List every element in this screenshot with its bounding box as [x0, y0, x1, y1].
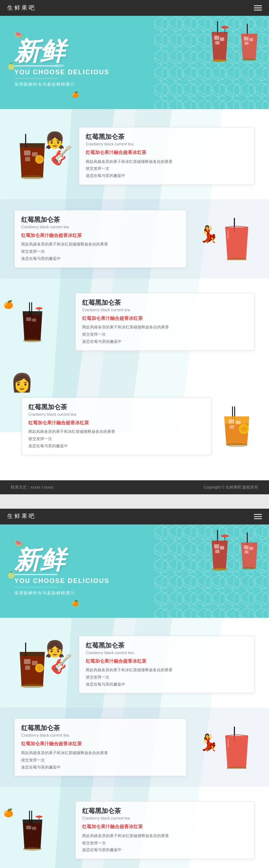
svg-rect-66 [25, 666, 30, 670]
main-content: 🎸 👧 红莓黑加仑茶 Cranberry black current tea 红… [0, 109, 269, 480]
product-desc-2-3: 两款风格各异的果子和冰红茶碰撞释放各自的果香 彼交发挥一次 迷恋在莓与茶的邂逅中 [82, 832, 248, 854]
svg-point-79 [23, 847, 42, 851]
hero-banner: 🍉 · 新鲜 YOU CHOOSE DELICIOUS 采用新鲜时令与多款鲜榨果… [0, 16, 269, 109]
svg-rect-33 [32, 318, 36, 322]
product-desc-1: 两款风格各异的果子和冰红茶碰撞释放各自的果香 彼交发挥一次 迷恋在莓与茶的邂逅中 [86, 158, 248, 179]
product-name-en-2-2: Cranberry black current tea [21, 733, 180, 737]
product-highlight-3: 红莓加仑果汁融合超香冰红茶 [82, 315, 248, 322]
footer-right: Copyright © 生鲜果吧 版权所有 [204, 485, 258, 490]
hero-title-cn: 新鲜 [14, 39, 109, 64]
product-row-2-3: 🍊 红莓黑加仑茶 Cranberry black current tea 红莓加… [0, 790, 269, 868]
product-card-1: 红莓黑加仑茶 Cranberry black current tea 红莓加仑果… [79, 127, 255, 185]
deco-orange: 🍊 [72, 91, 79, 98]
drink-svg-2-1 [16, 641, 48, 688]
svg-rect-11 [244, 37, 249, 41]
product-name-cn-2-3: 红莓黑加仑茶 [82, 807, 248, 815]
site-logo: 生鲜果吧 [7, 4, 36, 12]
product-highlight-2-1: 红莓加仑果汁融合超香冰红茶 [86, 658, 248, 665]
hero-subtitle-en: YOU CHOOSE DELICIOUS [14, 69, 109, 76]
svg-rect-13 [245, 42, 249, 45]
hamburger-menu[interactable] [254, 5, 262, 10]
product-card-2: 红莓黑加仑茶 Cranberry black current tea 红莓加仑果… [14, 210, 187, 268]
product-name-en-4: Cranberry black current tea [28, 412, 205, 416]
product-image-3 [11, 301, 54, 342]
deco-lime-2: 🍈 [7, 571, 15, 579]
site-logo-2: 生鲜果吧 [7, 513, 36, 520]
product-row-2-1: 🎸 👧 红莓黑加仑茶 Cranberry black current tea 红… [0, 625, 269, 704]
svg-point-44 [226, 443, 247, 447]
product-card-2-1: 红莓黑加仑茶 Cranberry black current tea 红莓加仑果… [79, 636, 255, 694]
svg-rect-77 [26, 826, 31, 829]
hero-tagline: 采用新鲜时令与多款鲜榨果汁 [14, 81, 109, 88]
site-header: 生鲜果吧 [0, 0, 269, 16]
svg-point-34 [23, 339, 42, 342]
svg-rect-12 [249, 38, 253, 41]
hamburger-menu-2[interactable] [254, 514, 262, 519]
product-highlight-4: 红莓加仑果汁融合超香冰红茶 [28, 419, 205, 426]
deco-lime: 🍈 [7, 62, 15, 70]
hero-title-cn-2: 新鲜 [14, 547, 109, 573]
product-card-2-3: 红莓黑加仑茶 Cranberry black current tea 红莓加仑果… [75, 801, 255, 859]
product-image-2-2 [215, 726, 258, 769]
product-highlight-1: 红莓加仑果汁融合超香冰红茶 [86, 149, 248, 156]
product-desc-2-1: 两款风格各异的果子和冰红茶碰撞释放各自的果香 彼交发挥一次 迷恋在莓与茶的邂逅中 [86, 667, 248, 688]
product-row-2: 💃 红莓黑加仑茶 Cranberry black current tea 红莓加… [0, 199, 269, 279]
svg-rect-78 [32, 827, 36, 830]
hero-drink-med-2 [237, 532, 262, 569]
svg-rect-51 [220, 546, 224, 550]
product-name-cn-3: 红莓黑加仑茶 [82, 298, 248, 307]
deco-orange-fruit-3: 🍊 [4, 300, 13, 309]
svg-rect-19 [24, 150, 30, 155]
hero-drinks-container [206, 19, 262, 62]
character-guitar-2: 🎸 [50, 654, 72, 675]
product-name-en-3: Cranberry black current tea [82, 308, 248, 312]
svg-rect-39 [230, 425, 234, 429]
product-image-2-3 [11, 809, 54, 851]
drink-svg-2-3 [19, 809, 46, 851]
footer-left: 联系方式：xxxxx / xxxxx [11, 485, 53, 490]
page-separator [0, 494, 269, 509]
drink-svg-3 [19, 301, 46, 342]
hero-tagline-2: 采用新鲜时令与多款鲜榨果汁 [14, 590, 109, 596]
product-card-4: 红莓黑加仑茶 Cranberry black current tea 红莓加仑果… [22, 397, 212, 455]
svg-rect-7 [215, 41, 220, 45]
product-image-4 [215, 406, 258, 447]
drink-svg-2-2 [222, 726, 251, 769]
drink-svg-1 [16, 132, 48, 179]
deco-orange-2: 🍊 [72, 600, 79, 607]
hero-subtitle-en-2: YOU CHOOSE DELICIOUS [14, 577, 109, 585]
hero-content: 🍉 · 新鲜 YOU CHOOSE DELICIOUS 采用新鲜时令与多款鲜榨果… [14, 30, 109, 88]
svg-rect-38 [236, 421, 241, 424]
character-dancing-2-2: 💃 [199, 733, 219, 752]
svg-rect-37 [228, 419, 234, 424]
svg-point-53 [212, 568, 227, 571]
product-row-1: 🎸 👧 红莓黑加仑茶 Cranberry black current tea 红… [0, 116, 269, 196]
svg-point-8 [212, 59, 227, 62]
product-highlight-2: 红莓加仑果汁融合超香冰红茶 [21, 232, 180, 239]
svg-rect-65 [32, 661, 38, 665]
svg-rect-20 [32, 152, 38, 157]
svg-rect-32 [26, 317, 31, 321]
product-desc-2: 两款风格各异的果子和冰红茶碰撞释放各自的果香 彼交发挥一次 迷恋在莓与茶的邂逅中 [21, 241, 180, 262]
product-row-4: 👩 红莓黑加仑茶 Cranberry black current tea 红莓加… [0, 365, 269, 466]
product-desc-4: 两款风格各异的果子和冰红茶碰撞释放各自的果香 彼交发挥一次 迷恋在莓与茶的邂逅中 [28, 428, 205, 449]
product-name-cn-4: 红莓黑加仑茶 [28, 403, 205, 411]
drink-svg-4 [221, 406, 253, 447]
svg-rect-50 [214, 544, 219, 549]
product-name-cn-2: 红莓黑加仑茶 [21, 215, 180, 224]
product-name-en-2: Cranberry black current tea [21, 225, 180, 229]
product-row-3: 🍊 红莓黑加仑茶 Cranberry black current tea 红莓加… [0, 282, 269, 361]
product-name-cn-2-1: 红莓黑加仑茶 [86, 641, 248, 650]
svg-rect-5 [214, 36, 219, 40]
svg-rect-52 [215, 550, 220, 553]
svg-rect-21 [25, 157, 30, 161]
svg-rect-57 [249, 547, 253, 550]
hero-drink-tall [206, 19, 233, 62]
site-header-2: 生鲜果吧 [0, 509, 269, 524]
hero-drink-tall-2 [206, 528, 233, 571]
site-footer: 联系方式：xxxxx / xxxxx Copyright © 生鲜果吧 版权所有 [0, 480, 269, 494]
character-woman-4: 👩 [11, 372, 33, 393]
product-card-3: 红莓黑加仑茶 Cranberry black current tea 红莓加仑果… [75, 293, 255, 351]
product-name-en-2-3: Cranberry black current tea [82, 816, 248, 820]
product-name-cn-1: 红莓黑加仑茶 [86, 132, 248, 141]
